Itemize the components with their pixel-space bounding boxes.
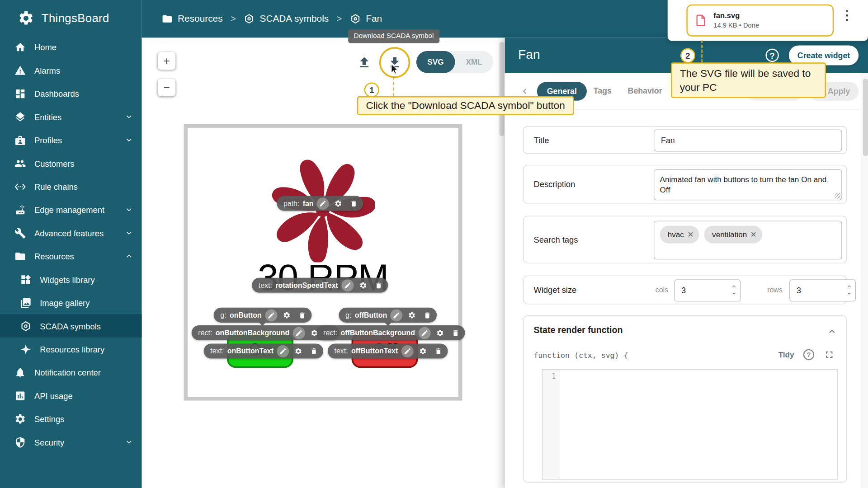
breadcrumb-fan: Fan [366,13,382,24]
sidebar-item-advanced-features[interactable]: Advanced features [0,221,142,244]
settings-icon[interactable] [417,345,429,357]
apply-label: Apply [828,87,850,96]
delete-icon[interactable] [296,309,308,321]
chart-icon [14,390,26,402]
delete-icon[interactable] [432,345,444,357]
symbol-canvas[interactable]: 30 RPM On Off path:fan text:rotationSpee… [184,124,462,400]
tag-name: onButtonBackground [216,328,290,337]
resize-handle-icon[interactable] [835,193,840,198]
downloaded-file-card[interactable]: fan.svg 14.9 KB • Done [686,5,834,37]
settings-icon[interactable] [280,309,292,321]
tag-chip-on-button-text[interactable]: text:onButtonText [204,343,324,358]
tag-name: fan [303,199,314,207]
sidebar-item-label: Notification center [34,368,101,377]
sidebar-item-customers[interactable]: Customers [0,152,142,175]
sidebar-item-widgets-library[interactable]: Widgets library [0,268,142,291]
zoom-out-button[interactable]: − [158,79,175,96]
sidebar-item-entities[interactable]: Entities [0,105,142,128]
app-logo[interactable]: ThingsBoard [0,5,109,31]
sidebar-item-security[interactable]: Security [0,431,142,454]
settings-icon[interactable] [357,279,369,291]
settings-icon[interactable] [406,309,418,321]
tag-chip-off-button-text[interactable]: text:offButtonText [328,343,448,358]
edit-icon[interactable] [277,345,289,357]
sidebar: ThingsBoard Home Alarms Dashboards Entit… [0,0,142,488]
sidebar-item-label: API usage [34,391,73,400]
cols-stepper[interactable] [731,283,737,297]
tab-scroll-left-icon[interactable] [519,86,530,97]
tag-chip-label: hvac [668,230,684,239]
upload-button[interactable] [353,51,376,74]
sidebar-item-profiles[interactable]: Profiles [0,128,142,151]
tag-type: path: [283,199,299,207]
title-input[interactable] [654,130,842,152]
panel-scrollbar[interactable] [861,73,868,488]
tag-chip-off-button-background[interactable]: rect:offButtonBackground [316,325,465,340]
delete-icon[interactable] [348,197,360,210]
remove-tag-icon[interactable]: ✕ [687,230,693,239]
tidy-button[interactable]: Tidy [778,350,794,359]
svg-tab[interactable]: SVG [416,51,455,73]
router-icon [14,204,26,216]
edit-icon[interactable] [341,279,354,291]
sidebar-item-settings[interactable]: Settings [0,407,142,430]
sidebar-item-image-gallery[interactable]: Image gallery [0,291,142,314]
delete-icon[interactable] [421,309,434,321]
sidebar-item-edge-management[interactable]: Edge management [0,198,142,221]
edit-icon[interactable] [418,327,430,339]
code-area[interactable] [560,370,837,479]
sidebar-item-api-usage[interactable]: API usage [0,384,142,407]
edit-icon[interactable] [293,327,305,339]
rows-stepper[interactable] [846,283,853,297]
sidebar-item-scada-symbols[interactable]: SCADA symbols [0,314,142,338]
tag-chip-off-button-group[interactable]: g:offButton [339,308,437,323]
gallery-icon [20,297,32,309]
sidebar-item-resources[interactable]: Resources [0,244,142,267]
thingsboard-logo-icon [18,10,34,27]
kebab-menu-icon[interactable] [841,10,852,28]
tag-chip-ventilation[interactable]: ventilation✕ [704,226,762,244]
edit-icon[interactable] [401,345,414,357]
sidebar-item-label: Dashboards [34,89,79,99]
canvas-scrollbar-thumb[interactable] [499,42,504,136]
title-label: Title [533,135,549,145]
sidebar-item-alarms[interactable]: Alarms [0,59,142,82]
description-textarea[interactable]: Animated fan with buttons to turn the fa… [654,169,842,201]
code-help-icon[interactable]: ? [803,349,814,360]
sidebar-item-label: Advanced features [34,228,104,238]
delete-icon[interactable] [373,279,385,291]
delete-icon[interactable] [449,327,462,339]
sidebar-item-rule-chains[interactable]: Rule chains [0,175,142,198]
tab-tags[interactable]: Tags [594,86,612,95]
sidebar-item-resources-library[interactable]: Resources library [0,338,142,361]
tag-chip-on-button-group[interactable]: g:onButton [214,308,311,323]
tag-chip-hvac[interactable]: hvac✕ [660,226,699,244]
settings-icon[interactable] [332,197,344,210]
sidebar-item-label: SCADA symbols [40,321,101,331]
breadcrumb-scada-symbols[interactable]: SCADA symbols [260,13,329,24]
tab-behavior[interactable]: Behavior [628,86,662,95]
tag-chip-rotation-speed-text[interactable]: text:rotationSpeedText [252,278,388,293]
zoom-in-button[interactable]: + [158,52,175,70]
tag-chip-path-fan[interactable]: path:fan [277,196,363,211]
sidebar-item-dashboards[interactable]: Dashboards [0,82,142,105]
panel-scrollbar-thumb[interactable] [863,79,868,156]
code-editor[interactable]: 1 [542,369,838,480]
settings-icon[interactable] [434,327,446,339]
sidebar-item-label: Customers [34,159,75,168]
collapse-icon[interactable] [826,326,837,337]
breadcrumb-resources[interactable]: Resources [178,13,223,24]
sidebar-item-notification-center[interactable]: Notification center [0,361,142,384]
sidebar-item-home[interactable]: Home [0,35,142,58]
help-icon[interactable]: ? [765,49,778,62]
xml-tab[interactable]: XML [455,51,493,73]
remove-tag-icon[interactable]: ✕ [750,230,757,239]
tutorial-step-2-callout: The SVG file will be saved to your PC [671,62,826,98]
settings-icon[interactable] [292,345,305,357]
edit-icon[interactable] [391,309,403,321]
edit-icon[interactable] [265,309,277,321]
search-tags-input[interactable]: hvac✕ ventilation✕ [654,221,842,260]
fullscreen-icon[interactable] [824,349,835,360]
edit-icon[interactable] [317,197,329,210]
delete-icon[interactable] [308,345,320,357]
